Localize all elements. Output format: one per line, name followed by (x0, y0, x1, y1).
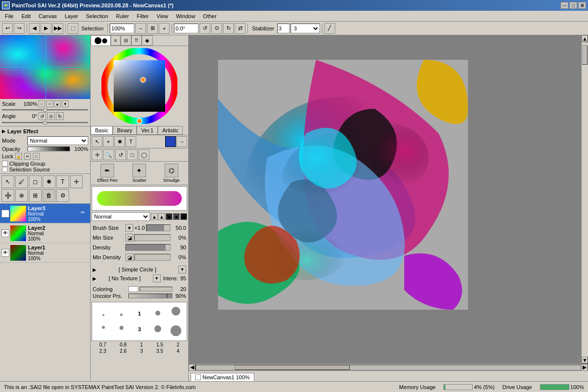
layer-item-1[interactable]: 👁 Layer1 Normal 100% (0, 243, 90, 263)
scrollbar-thumb-h[interactable] (235, 365, 350, 370)
toolbar-undo[interactable]: ↩ (2, 23, 13, 34)
brush-tab-basic[interactable]: Basic (91, 126, 113, 135)
layer-effect-header[interactable]: ▶ Layer Effect (2, 127, 88, 135)
effect-pen-cell[interactable]: ✒ Effect Pen (92, 163, 123, 184)
menu-other[interactable]: Other (199, 12, 220, 20)
color-tab-history[interactable]: ◉ (142, 35, 153, 46)
minimize-button[interactable]: ─ (561, 2, 568, 9)
menu-canvas[interactable]: Canvas (35, 12, 61, 20)
layer3-eye[interactable]: 👁 (1, 210, 9, 218)
brush-tool-lasso[interactable]: ⌖ (103, 136, 114, 147)
layer2-eye[interactable]: 👁 (1, 229, 9, 237)
tool-settings[interactable]: ⚙ (56, 189, 69, 202)
shape-square-black[interactable]: ■ (166, 213, 172, 220)
shape-triangle-up[interactable]: ▲ (151, 213, 158, 220)
texture-expand[interactable]: ▶ (93, 276, 97, 281)
scale-up[interactable]: ▲ (54, 100, 61, 107)
canvas-tab-1[interactable]: NewCanvas1 100% (191, 373, 254, 381)
scrollbar-up-btn[interactable]: ▲ (582, 35, 588, 42)
brush-tab-binary[interactable]: Binary (113, 126, 137, 135)
menu-ruler[interactable]: Ruler (112, 12, 133, 20)
lock-btn1[interactable]: 🔒 (15, 153, 22, 160)
toolbar-nav1[interactable]: ◀ (29, 23, 40, 34)
menu-selection[interactable]: Selection (82, 12, 112, 20)
min-size-slider[interactable] (134, 234, 171, 241)
angle-slider-thumb[interactable] (43, 121, 47, 124)
zoom-100-button[interactable]: ⊞ (147, 23, 158, 34)
angle-cw[interactable]: ↻ (56, 112, 64, 120)
layer-item-2[interactable]: 👁 Layer2 Normal 100% (0, 223, 90, 243)
shape-expand[interactable]: ▶ (93, 267, 97, 272)
vertical-scrollbar[interactable]: ▲ ▼ (581, 35, 588, 364)
menu-edit[interactable]: Edit (18, 12, 35, 20)
shape-square-dark[interactable]: ■ (173, 213, 180, 220)
tool-pen[interactable]: 🖊 (15, 175, 28, 188)
menu-view[interactable]: View (153, 12, 172, 20)
stabilizer-input[interactable] (277, 24, 290, 33)
angle-ccw[interactable]: ↺ (38, 112, 46, 120)
scrollbar-thumb-v[interactable] (582, 45, 588, 65)
canvas-content[interactable]: ▲ ▼ (189, 35, 588, 364)
min-density-slider[interactable] (134, 254, 171, 261)
shape-triangle-up2[interactable]: ▲ (158, 213, 165, 220)
toolbar-nav2[interactable]: ▶ (41, 23, 51, 34)
rotate-right-button[interactable]: ↻ (223, 23, 234, 34)
color-wheel-container[interactable] (101, 48, 177, 124)
scrollbar-right-btn[interactable]: ▶ (581, 364, 588, 371)
brush-tool-zoom[interactable]: 🔍 (103, 149, 114, 160)
brush-tab-ver1[interactable]: Ver.1 (137, 126, 158, 135)
scatter-cell[interactable]: ✦ Scatter (123, 163, 155, 184)
layer-item-3[interactable]: 👁 Layer3 Normal 100% ✏ (0, 204, 90, 223)
brush-tool-round[interactable]: ◯ (139, 149, 149, 160)
color-tab-swatches[interactable]: ⊟ (121, 35, 131, 46)
blend-mode-select[interactable]: Normal (92, 212, 150, 221)
toolbar-nav3[interactable]: ▶▶ (52, 23, 63, 34)
scale-down[interactable]: ▼ (62, 100, 69, 107)
brush-tool-wand[interactable]: ✱ (114, 136, 125, 147)
layer1-eye[interactable]: 👁 (1, 249, 9, 257)
scale-slider-thumb[interactable] (43, 108, 47, 112)
tool-copy[interactable]: ⊞ (29, 189, 42, 202)
brush-size-dropdown-btn[interactable]: ▼ (125, 224, 133, 232)
menu-layer[interactable]: Layer (61, 12, 82, 20)
brush-tool-move[interactable]: ✛ (92, 149, 102, 160)
flip-button[interactable]: ⇄ (235, 23, 245, 34)
zoom-minus-button[interactable]: − (135, 23, 146, 34)
opacity-slider[interactable] (27, 147, 70, 151)
toolbar-redo[interactable]: ↪ (14, 23, 24, 34)
tool-magic-wand[interactable]: ✱ (43, 175, 55, 188)
color-tab-wheel[interactable]: ⬤ (91, 35, 111, 46)
tool-select[interactable]: ↖ (1, 175, 14, 188)
brush-tool-text[interactable]: T (125, 136, 136, 147)
tool-add-layer[interactable]: ➕ (1, 189, 14, 202)
scrollbar-track-h[interactable] (196, 365, 581, 370)
menu-window[interactable]: Window (172, 12, 199, 20)
zoom-input[interactable] (110, 24, 134, 33)
brush-tool-rotate[interactable]: ↺ (115, 149, 126, 160)
selection-source-checkbox[interactable]: Selection Source (2, 167, 88, 172)
shape-square-darkest[interactable]: ■ (180, 213, 187, 220)
shape-dropdown[interactable]: ▼ (178, 266, 186, 273)
tool-delete[interactable]: 🗑 (43, 189, 55, 202)
drawing-canvas[interactable] (218, 60, 468, 310)
maximize-button[interactable]: □ (569, 2, 577, 9)
coloring-slider[interactable] (140, 287, 172, 292)
rotate-left-button[interactable]: ↺ (199, 23, 210, 34)
tool-eraser[interactable]: ◻ (29, 175, 42, 188)
smudge-cell[interactable]: ⌬ Smudge (156, 163, 187, 184)
angle-reset[interactable]: ⊙ (47, 112, 55, 120)
brush-tool-square[interactable]: □ (127, 149, 138, 160)
clipping-group-checkbox[interactable]: Clipping Group (2, 161, 88, 167)
toolbar-dropper[interactable]: ╱ (324, 23, 335, 34)
density-slider[interactable] (125, 244, 171, 251)
brush-size-slider[interactable] (146, 224, 171, 231)
tool-move[interactable]: ✛ (70, 175, 83, 188)
brush-tab-artistic[interactable]: Artistic (158, 126, 183, 135)
texture-dropdown[interactable]: ▼ (153, 274, 161, 282)
tool-merge[interactable]: ⊕ (15, 189, 28, 202)
brush-tool-arrow[interactable]: → (176, 136, 187, 147)
uncolor-slider[interactable] (128, 294, 172, 298)
clipping-group-cb[interactable] (2, 161, 8, 167)
angle-input[interactable] (174, 24, 198, 33)
menu-filter[interactable]: Filter (133, 12, 152, 20)
